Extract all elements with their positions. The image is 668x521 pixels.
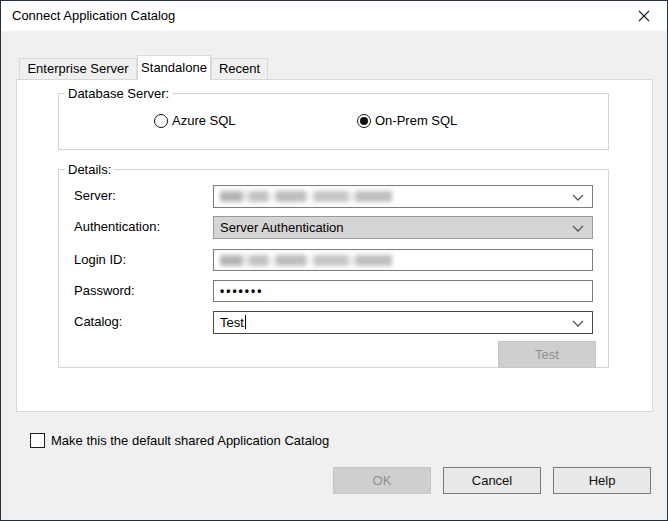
login-id-label: Login ID: <box>74 252 126 267</box>
server-value-redacted <box>220 191 422 202</box>
titlebar: Connect Application Catalog <box>1 1 667 31</box>
radio-azure-sql-label[interactable]: Azure SQL <box>172 113 236 128</box>
authentication-value: Server Authentication <box>220 219 344 236</box>
database-server-legend: Database Server: <box>65 86 172 101</box>
details-legend: Details: <box>65 162 114 177</box>
radio-selected-dot <box>360 117 368 125</box>
chevron-down-icon <box>572 194 584 201</box>
login-id-input[interactable] <box>213 249 593 271</box>
chevron-down-icon <box>572 320 584 327</box>
test-button[interactable]: Test <box>498 341 596 368</box>
password-masked-value: ••••••• <box>220 283 263 300</box>
connect-application-catalog-dialog: Connect Application Catalog Enterprise S… <box>0 0 668 521</box>
close-button[interactable] <box>621 1 667 31</box>
close-icon <box>638 10 650 22</box>
catalog-combobox[interactable]: Test <box>213 311 593 334</box>
server-combobox[interactable] <box>213 185 593 208</box>
database-server-group: Database Server: <box>58 93 609 150</box>
default-catalog-checkbox[interactable] <box>30 433 45 448</box>
radio-on-prem-sql-label[interactable]: On-Prem SQL <box>375 113 457 128</box>
authentication-dropdown[interactable]: Server Authentication <box>213 216 593 239</box>
text-caret <box>245 315 246 329</box>
radio-azure-sql[interactable] <box>154 114 168 128</box>
window-title: Connect Application Catalog <box>12 1 175 31</box>
authentication-label: Authentication: <box>74 219 160 234</box>
chevron-down-icon <box>572 225 584 232</box>
radio-on-prem-sql[interactable] <box>357 114 371 128</box>
default-catalog-checkbox-label[interactable]: Make this the default shared Application… <box>51 433 329 448</box>
server-label: Server: <box>74 188 116 203</box>
catalog-value: Test <box>220 315 244 330</box>
catalog-label: Catalog: <box>74 314 122 329</box>
password-input[interactable]: ••••••• <box>213 280 593 302</box>
tab-enterprise-server[interactable]: Enterprise Server <box>19 58 137 80</box>
help-button[interactable]: Help <box>553 467 651 494</box>
ok-button[interactable]: OK <box>333 467 431 494</box>
login-id-value-redacted <box>220 255 422 266</box>
tab-recent[interactable]: Recent <box>211 58 268 80</box>
tab-standalone[interactable]: Standalone <box>137 55 211 80</box>
password-label: Password: <box>74 283 135 298</box>
cancel-button[interactable]: Cancel <box>443 467 541 494</box>
